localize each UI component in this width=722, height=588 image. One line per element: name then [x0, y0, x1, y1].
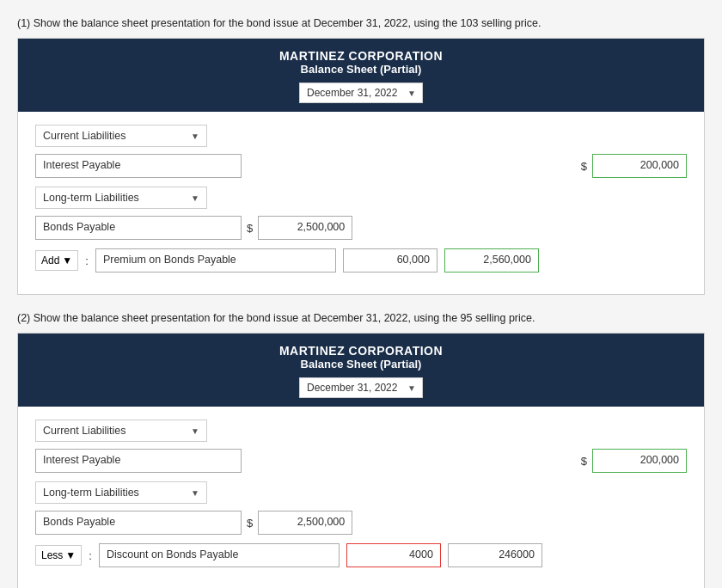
add-button-1[interactable]: Add ▼: [35, 250, 78, 271]
sheet-title-1: Balance Sheet (Partial): [27, 63, 695, 76]
date-dropdown-1[interactable]: December 31, 2022: [299, 83, 423, 103]
interest-payable-field-1[interactable]: Interest Payable: [35, 154, 242, 178]
less-button-2[interactable]: Less ▼: [35, 545, 82, 566]
long-term-liabilities-dropdown-1[interactable]: Long-term Liabilities ▼: [35, 187, 207, 209]
chevron-down-icon-1: ▼: [191, 132, 199, 141]
chevron-down-icon-2: ▼: [191, 193, 199, 203]
bonds-payable-field-2[interactable]: Bonds Payable: [35, 511, 242, 535]
long-term-liabilities-row-1: Long-term Liabilities ▼: [35, 187, 687, 209]
interest-payable-amount-2[interactable]: 200,000: [592, 449, 687, 473]
date-dropdown-2[interactable]: December 31, 2022: [299, 377, 423, 398]
long-term-liabilities-dropdown-2[interactable]: Long-term Liabilities ▼: [35, 481, 207, 504]
total-amount-1[interactable]: 2,560,000: [444, 248, 539, 273]
interest-payable-amount-1[interactable]: 200,000: [592, 154, 687, 178]
dollar-sign-bonds-1: $: [247, 222, 253, 235]
instruction-1: (1) Show the balance sheet presentation …: [17, 17, 705, 29]
premium-field-1[interactable]: Premium on Bonds Payable: [95, 248, 336, 273]
discount-field-2[interactable]: Discount on Bonds Payable: [99, 543, 340, 567]
sheet-title-2: Balance Sheet (Partial): [27, 358, 695, 371]
long-term-liabilities-label-1: Long-term Liabilities: [43, 192, 184, 204]
current-liabilities-dropdown-2[interactable]: Current Liabilities ▼: [35, 420, 207, 442]
discount-amount-2[interactable]: 4000: [346, 543, 441, 567]
less-label-2: Less: [41, 549, 63, 561]
add-less-wrapper-1: Add ▼ :: [35, 250, 92, 271]
colon-1: :: [85, 254, 89, 267]
interest-payable-field-2[interactable]: Interest Payable: [35, 449, 242, 473]
balance-sheet-2: MARTINEZ CORPORATION Balance Sheet (Part…: [17, 333, 705, 588]
bs-body-1: Current Liabilities ▼ Interest Payable $…: [18, 112, 704, 294]
less-arrow-icon-2: ▼: [65, 549, 76, 561]
bonds-payable-field-1[interactable]: Bonds Payable: [35, 216, 242, 240]
colon-2: :: [89, 549, 92, 562]
current-liabilities-dropdown-1[interactable]: Current Liabilities ▼: [35, 125, 207, 147]
bs-header-2: MARTINEZ CORPORATION Balance Sheet (Part…: [18, 334, 704, 407]
bonds-payable-row-1: Bonds Payable $ 2,500,000: [35, 216, 687, 240]
bonds-payable-row-2: Bonds Payable $ 2,500,000: [35, 511, 687, 535]
total-amount-2[interactable]: 246000: [448, 543, 542, 567]
add-arrow-icon-1: ▼: [62, 254, 72, 266]
corp-name-2: MARTINEZ CORPORATION: [27, 344, 695, 358]
current-liabilities-label-2: Current Liabilities: [43, 425, 184, 437]
dollar-sign-bonds-2: $: [247, 517, 253, 530]
current-liabilities-row-2: Current Liabilities ▼: [35, 420, 687, 442]
interest-payable-row-1: Interest Payable $ 200,000: [35, 154, 687, 178]
add-premium-row-1: Add ▼ : Premium on Bonds Payable 60,000 …: [35, 248, 687, 273]
date-select-wrapper-1[interactable]: December 31, 2022: [299, 83, 423, 103]
chevron-down-icon-3: ▼: [191, 426, 199, 436]
corp-name-1: MARTINEZ CORPORATION: [27, 49, 695, 63]
premium-amount-1[interactable]: 60,000: [343, 248, 437, 273]
dollar-sign-interest-2: $: [581, 455, 587, 468]
bs-header-1: MARTINEZ CORPORATION Balance Sheet (Part…: [18, 39, 704, 112]
chevron-down-icon-4: ▼: [191, 488, 199, 498]
bonds-payable-amount-2[interactable]: 2,500,000: [258, 511, 352, 535]
bonds-payable-amount-1[interactable]: 2,500,000: [258, 216, 352, 240]
dollar-sign-interest-1: $: [581, 160, 587, 173]
balance-sheet-1: MARTINEZ CORPORATION Balance Sheet (Part…: [17, 38, 705, 295]
long-term-liabilities-label-2: Long-term Liabilities: [43, 487, 184, 499]
bs-body-2: Current Liabilities ▼ Interest Payable $…: [18, 407, 704, 588]
date-select-wrapper-2[interactable]: December 31, 2022: [299, 377, 423, 398]
add-label-1: Add: [41, 254, 59, 266]
instruction-2: (2) Show the balance sheet presentation …: [17, 312, 705, 324]
current-liabilities-label-1: Current Liabilities: [43, 130, 184, 142]
less-discount-row-2: Less ▼ : Discount on Bonds Payable 4000 …: [35, 543, 687, 567]
add-less-wrapper-2: Less ▼ :: [35, 545, 95, 566]
current-liabilities-row-1: Current Liabilities ▼: [35, 125, 687, 147]
long-term-liabilities-row-2: Long-term Liabilities ▼: [35, 481, 687, 504]
interest-payable-row-2: Interest Payable $ 200,000: [35, 449, 687, 473]
